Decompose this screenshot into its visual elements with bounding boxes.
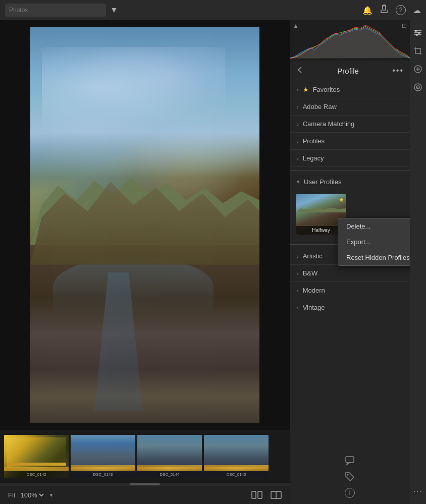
histogram-chart [290,20,410,61]
favorites-label: Favorites [313,86,340,93]
chevron-right-icon: › [297,155,299,161]
bw-section: › B&W [290,265,410,282]
info-button[interactable]: i [345,488,355,498]
favorites-row[interactable]: › ★ Favorites [290,81,410,98]
camera-matching-section: › Camera Matching [290,116,410,133]
vintage-section: › Vintage [290,299,410,316]
chevron-right-icon: › [297,138,299,144]
chevron-right-icon: › [297,270,299,276]
help-button[interactable]: ? [396,5,406,15]
ellipsis-icon: ••• [392,66,404,75]
heal-button[interactable] [410,62,425,77]
chevron-right-icon: › [297,121,299,127]
back-button[interactable] [296,66,304,76]
right-panel: ⋮ ▲ ⊡ [290,20,426,504]
user-profiles-header[interactable]: ▾ User Profiles [290,174,410,190]
profiles-label: Profiles [303,137,325,145]
main-photo [30,27,259,423]
filmstrip-thumb-4[interactable]: DSC_0145 [204,435,269,478]
svg-point-9 [418,32,420,34]
camera-matching-row[interactable]: › Camera Matching [290,116,410,132]
zoom-control: Fit 100% 50% 200% Fit ▼ [8,491,54,499]
profiles-row[interactable]: › Profiles [290,133,410,149]
svg-rect-2 [258,491,262,498]
user-profiles-label: User Profiles [304,178,341,186]
bw-label: B&W [303,269,318,277]
filmstrip-scroll-thumb[interactable] [130,483,160,485]
svg-point-10 [416,34,418,36]
compare-button[interactable] [251,491,262,499]
histogram-minimize[interactable]: ▲ [293,22,299,29]
modern-label: Modern [303,287,325,294]
profile-header: Profile ••• [290,61,410,81]
top-bar-left: ▼ [5,4,118,17]
bottom-bar: Fit 100% 50% 200% Fit ▼ [0,486,290,504]
sliders-button[interactable] [410,25,425,40]
zoom-select[interactable]: 100% 50% 200% Fit [18,491,45,499]
comments-button[interactable] [345,456,355,466]
chevron-right-icon: › [297,104,299,110]
delete-menu-item[interactable]: Delete... [338,218,410,234]
more-tools-button[interactable]: ⋮ [410,484,425,499]
cloud-button[interactable]: ☁ [413,6,421,15]
svg-point-8 [415,30,417,32]
photo-area [0,20,290,430]
profile-thumb-star: ★ [339,196,344,203]
adobe-raw-section: › Adobe Raw [290,98,410,116]
notifications-button[interactable]: 🔔 [362,6,372,15]
legacy-section: › Legacy [290,150,410,167]
legacy-label: Legacy [303,154,324,162]
tags-button[interactable] [345,472,355,482]
vintage-row[interactable]: › Vintage [290,299,410,316]
star-icon: ★ [303,86,309,93]
adobe-raw-label: Adobe Raw [303,103,337,110]
profile-panel: Profile ••• › ★ Favorites › [290,61,410,443]
fit-label: Fit [8,491,15,499]
user-profiles-content: ★ Halfway Delete... Export... Reset Hidd… [290,190,410,241]
search-input[interactable] [5,4,106,17]
artistic-label: Artistic [303,252,323,260]
cloud-icon: ☁ [413,6,421,15]
vintage-label: Vintage [303,304,325,311]
favorites-section: › ★ Favorites [290,81,410,98]
masking-button[interactable] [410,80,425,95]
ellipsis-icon: ⋮ [413,487,422,496]
user-profiles-section: ▾ User Profiles ★ Halfway [290,174,410,241]
bw-row[interactable]: › B&W [290,265,410,282]
svg-point-16 [347,474,349,476]
top-bar-right: 🔔 ? ☁ [362,5,421,16]
filmstrip-thumb-2[interactable]: DSC_0143 [71,435,135,478]
reset-hidden-menu-item[interactable]: Reset Hidden Profiles [338,250,410,265]
filter-button[interactable]: ▼ [110,6,118,15]
filmstrip: DSC_0142 DSC_0143 DSC_0144 [0,430,290,483]
chevron-right-icon: › [297,305,299,311]
profiles-section: › Profiles [290,133,410,150]
filmstrip-thumb-3[interactable]: DSC_0144 [137,435,202,478]
crop-button[interactable] [410,43,425,59]
chevron-right-icon: › [297,288,299,294]
main-content: DSC_0142 DSC_0143 DSC_0144 [0,20,426,504]
chevron-right-icon: › [297,87,299,93]
modern-row[interactable]: › Modern [290,282,410,299]
info-icon: i [345,488,355,498]
adobe-raw-row[interactable]: › Adobe Raw [290,98,410,115]
chevron-right-icon: › [297,253,299,259]
bell-icon: 🔔 [362,6,372,15]
photo-panel: DSC_0142 DSC_0143 DSC_0144 [0,20,290,504]
histogram: ▲ ⊡ [290,20,410,61]
camera-matching-label: Camera Matching [303,120,355,128]
split-view-button[interactable] [271,491,282,499]
help-icon: ? [396,5,406,15]
filmstrip-thumb-1[interactable]: DSC_0142 [4,435,69,478]
share-button[interactable] [380,5,389,16]
top-bar: ▼ 🔔 ? ☁ [0,0,426,20]
chevron-down-icon: ▼ [48,492,54,498]
svg-rect-1 [252,491,256,498]
more-options-button[interactable]: ••• [392,66,404,75]
legacy-row[interactable]: › Legacy [290,150,410,166]
filter-icon: ▼ [110,6,118,15]
histogram-expand[interactable]: ⊡ [402,22,407,29]
export-menu-item[interactable]: Export... [338,234,410,250]
context-menu: Delete... Export... Reset Hidden Profile… [338,218,410,266]
svg-point-14 [417,87,418,88]
